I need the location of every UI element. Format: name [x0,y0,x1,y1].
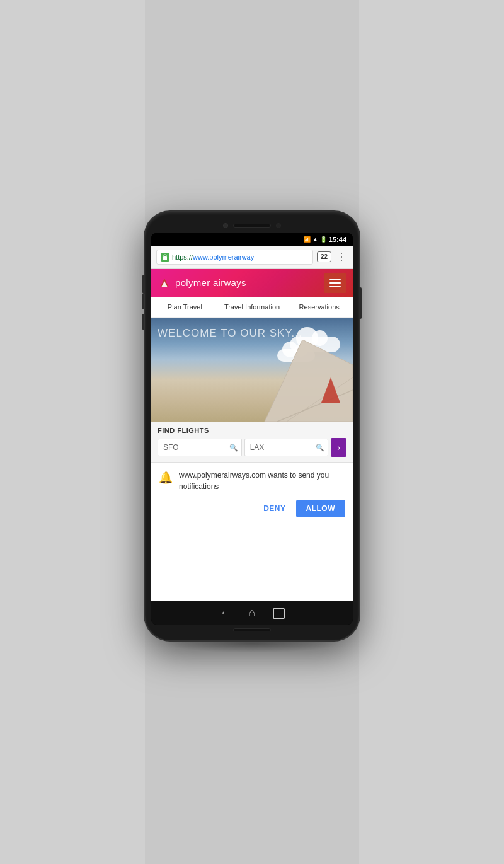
notification-content: 🔔 www.polymerairways.com wants to send y… [159,469,345,492]
front-sensor [276,223,281,228]
notification-bar: 🔔 www.polymerairways.com wants to send y… [151,463,353,601]
home-button[interactable]: ⌂ [248,606,255,619]
allow-button[interactable]: ALLOW [296,500,346,517]
deny-button[interactable]: DENY [263,504,285,513]
phone-top-bar [151,219,353,233]
flight-search-bar: 🔍 🔍 › [158,438,346,457]
site-nav-tabs: Plan Travel Travel Information Reservati… [151,297,353,318]
browser-menu-button[interactable]: ⋮ [335,251,348,263]
tab-reservations[interactable]: Reservations [285,297,353,317]
back-button[interactable]: ← [219,606,231,619]
tab-plan-travel[interactable]: Plan Travel [151,297,219,317]
status-time: 15:44 [329,236,346,243]
hero-headline: WELCOME TO OUR SKY... [158,327,302,340]
volume-down-button[interactable] [142,314,144,330]
phone-screen: 📶 ▲ 🔋 15:44 https://www.pol [151,233,353,625]
tab-count[interactable]: 22 [317,251,331,262]
origin-search-icon: 🔍 [229,443,238,451]
hamburger-line-1 [329,279,341,280]
logo-icon [158,276,171,290]
phone-device: 📶 ▲ 🔋 15:44 https://www.pol [145,212,359,640]
earpiece-speaker [233,224,271,228]
origin-input-wrapper: 🔍 [158,439,242,456]
url-bar[interactable]: https://www.polymerairway [156,250,313,265]
notification-message: www.polymerairways.com wants to send you… [179,469,345,492]
recents-icon [273,608,284,619]
tab-travel-information[interactable]: Travel Information [219,297,286,317]
front-camera [223,223,228,228]
recents-button[interactable] [273,607,284,618]
status-bar: 📶 ▲ 🔋 15:44 [151,233,353,246]
bottom-speaker [233,628,271,631]
battery-icon: 🔋 [320,236,327,243]
status-icons: 📶 ▲ 🔋 15:44 [304,236,346,243]
volume-up-button[interactable] [142,294,144,309]
notification-bell-icon: 🔔 [159,471,173,485]
url-text: https://www.polymerairway [172,253,309,261]
back-icon: ← [219,606,231,619]
destination-input-wrapper: 🔍 [244,439,329,456]
notification-actions: DENY ALLOW [159,500,345,517]
wifi-icon: 📶 [304,236,311,243]
home-icon: ⌂ [248,606,255,619]
browser-chrome: https://www.polymerairway 22 ⋮ [151,246,353,269]
flight-search-button[interactable]: › [331,438,346,457]
destination-search-icon: 🔍 [316,443,324,451]
signal-icon: ▲ [312,236,318,243]
airplane-wing [227,340,353,422]
find-flights-label: FIND FLIGHTS [158,427,346,434]
ssl-icon [161,253,169,262]
site-logo: polymer airways [158,276,246,290]
android-nav-bar: ← ⌂ [151,601,353,625]
website-content: polymer airways Plan Travel Travel Infor… [151,269,353,601]
site-navbar: polymer airways [151,269,353,297]
hamburger-line-3 [329,286,341,287]
svg-rect-0 [163,256,167,260]
flight-go-arrow: › [337,442,340,452]
hero-section: WELCOME TO OUR SKY... [151,318,353,422]
hamburger-line-2 [329,282,341,284]
hamburger-menu-button[interactable] [324,273,346,293]
find-flights-section: FIND FLIGHTS 🔍 🔍 › [151,422,353,463]
site-logo-text: polymer airways [175,277,246,288]
